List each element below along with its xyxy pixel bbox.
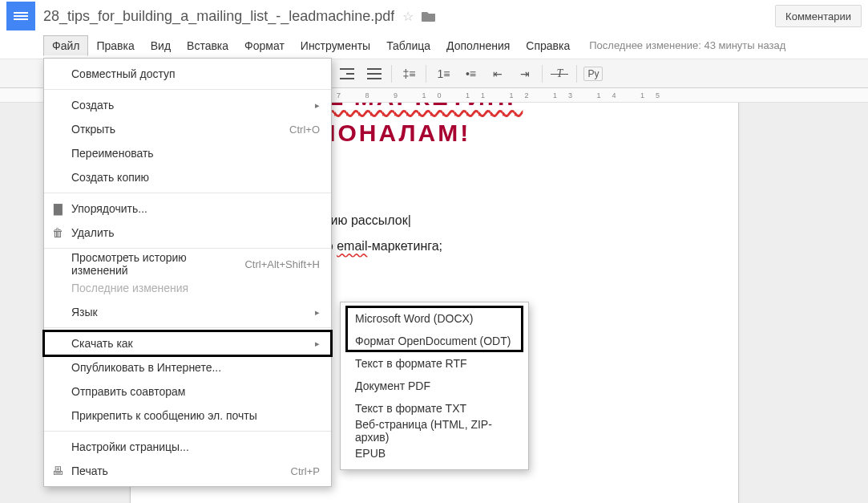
file-menu-publish[interactable]: Опубликовать в Интернете... [44, 355, 331, 379]
indent-button[interactable]: ⇥ [515, 63, 535, 84]
file-menu-recent-changes: Последние изменения [44, 276, 331, 300]
file-menu-organize[interactable]: ▇Упорядочить... [44, 197, 331, 221]
download-docx[interactable]: Microsoft Word (DOCX) [341, 307, 528, 330]
chevron-right-icon: ▸ [315, 100, 320, 111]
menu-edit[interactable]: Правка [88, 36, 142, 55]
bulleted-list-button[interactable]: •≡ [460, 63, 481, 84]
file-menu-page-setup[interactable]: Настройки страницы... [44, 435, 331, 459]
file-menu-history[interactable]: Просмотреть историю измененийCtrl+Alt+Sh… [44, 252, 331, 276]
download-pdf[interactable]: Документ PDF [341, 375, 528, 397]
title-bar: 28_tips_for_building_a_mailing_list_-_le… [0, 0, 868, 32]
file-menu-open[interactable]: ОткрытьCtrl+O [44, 117, 331, 141]
file-menu-email-attachment[interactable]: Прикрепить к сообщению эл. почты [44, 404, 331, 428]
file-menu-language[interactable]: Язык▸ [44, 300, 331, 324]
file-menu-email-collaborators[interactable]: Отправить соавторам [44, 379, 331, 404]
menu-bar: Файл Правка Вид Вставка Формат Инструмен… [0, 32, 868, 59]
star-icon[interactable]: ☆ [402, 9, 414, 24]
chevron-right-icon: ▸ [315, 339, 320, 349]
file-menu-make-copy[interactable]: Создать копию [44, 165, 331, 189]
folder-icon: ▇ [50, 202, 65, 215]
download-epub[interactable]: EPUB [341, 442, 528, 464]
print-icon: 🖶 [50, 464, 65, 477]
clear-formatting-button[interactable]: T [549, 63, 570, 84]
menu-addons[interactable]: Дополнения [438, 36, 518, 55]
menu-help[interactable]: Справка [518, 36, 578, 55]
file-menu-print[interactable]: 🖶ПечатьCtrl+P [44, 459, 331, 483]
download-odt[interactable]: Формат OpenDocument (ODT) [341, 330, 528, 352]
outdent-button[interactable]: ⇤ [487, 63, 508, 84]
numbered-list-button[interactable]: 1≡ [433, 63, 454, 84]
download-rtf[interactable]: Текст в формате RTF [341, 352, 528, 375]
line-spacing-button[interactable]: ‡≡ [398, 63, 419, 84]
file-menu-dropdown: Совместный доступ Создать▸ ОткрытьCtrl+O… [43, 58, 332, 487]
file-menu-share[interactable]: Совместный доступ [44, 62, 331, 86]
menu-table[interactable]: Таблица [378, 36, 438, 55]
file-menu-new[interactable]: Создать▸ [44, 93, 331, 117]
docs-logo-icon[interactable] [6, 2, 35, 30]
chevron-right-icon: ▸ [315, 307, 320, 318]
file-menu-rename[interactable]: Переименовать [44, 141, 331, 165]
file-menu-download-as[interactable]: Скачать как▸ [44, 331, 331, 355]
menu-tools[interactable]: Инструменты [293, 36, 378, 55]
menu-view[interactable]: Вид [143, 36, 179, 55]
download-html[interactable]: Веб-страница (HTML, ZIP-архив) [341, 420, 528, 442]
last-edit-info[interactable]: Последнее изменение: 43 минуты назад [589, 39, 785, 51]
menu-insert[interactable]: Вставка [179, 36, 236, 55]
comments-button[interactable]: Комментарии [775, 5, 862, 27]
input-tools-button[interactable]: Py [583, 67, 603, 81]
document-title[interactable]: 28_tips_for_building_a_mailing_list_-_le… [43, 8, 394, 25]
folder-icon[interactable] [422, 10, 436, 22]
download-txt[interactable]: Текст в формате TXT [341, 397, 528, 420]
download-as-submenu: Microsoft Word (DOCX) Формат OpenDocumen… [340, 302, 529, 470]
align-right-button[interactable] [337, 63, 357, 84]
align-justify-button[interactable] [364, 63, 385, 84]
trash-icon: 🗑 [50, 226, 65, 239]
menu-format[interactable]: Формат [236, 36, 293, 55]
file-menu-delete[interactable]: 🗑Удалить [44, 221, 331, 245]
menu-file[interactable]: Файл [43, 35, 88, 56]
